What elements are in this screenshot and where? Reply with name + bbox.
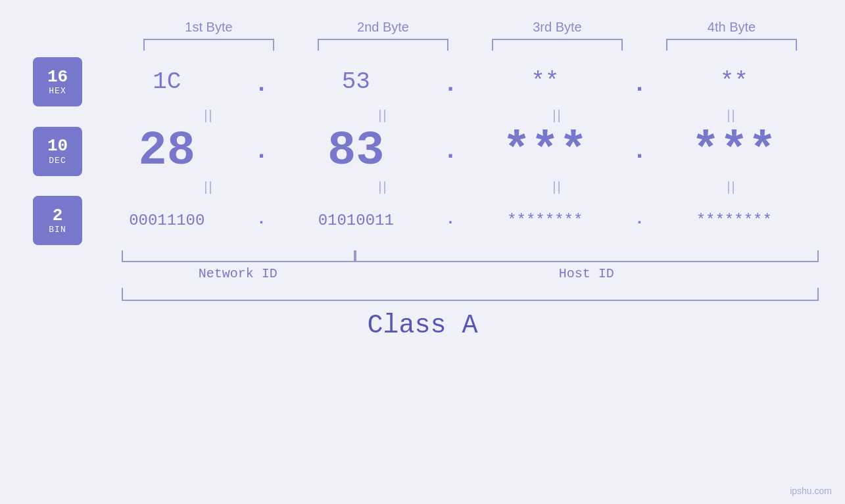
bin-byte3-cell: ******** [460,212,630,229]
eq1-3: || [470,108,644,123]
eq2-4: || [644,179,819,195]
hex-byte1-cell: 1C [82,68,252,95]
equals-row-1: || || || || [26,108,819,123]
network-id-label-container: Network ID [122,266,354,281]
class-label: Class A [26,311,819,340]
bin-byte4: ******** [650,212,819,229]
id-labels-row: Network ID Host ID [122,266,819,281]
eq-sign-1-3: || [552,108,562,123]
dec-byte1: 28 [82,124,252,178]
host-id-label: Host ID [559,266,614,281]
bracket-cell-2 [296,39,470,51]
eq-sign-2-4: || [727,179,736,195]
eq-sign-2-3: || [552,179,562,195]
dec-dot2: . [441,138,460,165]
hex-byte3-cell: ** [460,68,630,95]
byte3-header: 3rd Byte [470,20,644,35]
host-id-label-container: Host ID [354,266,819,281]
bin-byte-values: 00011100 . 01010011 . ******** . *******… [82,210,819,231]
eq1-4: || [644,108,819,123]
bin-dot3: . [630,210,650,228]
eq2-1: || [122,179,296,195]
network-id-label: Network ID [199,266,278,281]
hex-byte2: 53 [272,68,441,95]
dec-badge-num: 10 [47,137,68,156]
main-container: 1st Byte 2nd Byte 3rd Byte 4th Byte 16 H… [0,0,845,504]
eq1-1: || [122,108,296,123]
dec-byte2-cell: 83 [272,124,441,178]
hex-byte4: ** [650,68,819,95]
bracket-top-4 [666,39,797,51]
bin-byte2-cell: 01010011 [272,212,441,229]
eq-sign-1-4: || [727,108,736,123]
hex-badge-num: 16 [47,68,68,87]
full-bottom-bracket [122,288,819,301]
dec-dot3: . [630,138,650,165]
byte1-header: 1st Byte [122,20,296,35]
watermark: ipshu.com [790,486,832,496]
hex-byte4-cell: ** [650,68,819,95]
hex-badge-label: HEX [49,86,66,96]
bin-byte1-cell: 00011100 [82,212,252,229]
bracket-host [355,250,819,262]
hex-dot3: . [630,71,650,98]
dec-row: 10 DEC 28 . 83 . *** . *** [26,124,819,178]
dec-dot1: . [252,138,272,165]
hex-dot1: . [252,71,272,98]
bottom-bracket-row [122,250,819,262]
bracket-top-1 [143,39,274,51]
eq-sign-1-2: || [378,108,387,123]
dec-byte3-cell: *** [460,124,630,178]
eq-sign-1-1: || [204,108,213,123]
hex-byte1: 1C [82,68,252,95]
bracket-top-2 [318,39,448,51]
hex-byte2-cell: 53 [272,68,441,95]
eq-sign-2-1: || [204,179,213,195]
bracket-cell-3 [470,39,644,51]
dec-byte1-cell: 28 [82,124,252,178]
eq2-2: || [296,179,470,195]
dec-byte2: 83 [272,124,441,178]
byte-headers: 1st Byte 2nd Byte 3rd Byte 4th Byte [26,20,819,35]
byte2-header: 2nd Byte [296,20,470,35]
hex-byte-values: 1C . 53 . ** . ** [82,66,819,98]
byte4-header: 4th Byte [644,20,819,35]
dec-byte4-cell: *** [650,124,819,178]
bin-byte1: 00011100 [82,212,252,229]
hex-dot2: . [441,71,460,98]
bin-byte4-cell: ******** [650,212,819,229]
bin-byte3: ******** [460,212,630,229]
dec-byte-values: 28 . 83 . *** . *** [82,124,819,178]
bin-badge-num: 2 [53,206,63,225]
dec-badge: 10 DEC [33,127,82,176]
eq1-2: || [296,108,470,123]
eq-sign-2-2: || [378,179,387,195]
bin-dot1: . [252,210,272,228]
bin-badge-label: BIN [49,225,66,235]
hex-badge: 16 HEX [33,57,82,106]
bin-dot2: . [441,210,460,228]
bracket-cell-1 [122,39,296,51]
bracket-top-3 [492,39,623,51]
hex-byte3: ** [460,68,630,95]
dec-byte3: *** [460,124,630,178]
hex-row: 16 HEX 1C . 53 . ** . ** [26,57,819,106]
equals-row-2: || || || || [26,179,819,195]
bin-row: 2 BIN 00011100 . 01010011 . ******** . *… [26,196,819,245]
bin-badge: 2 BIN [33,196,82,245]
bracket-network [122,250,355,262]
bracket-cell-4 [644,39,819,51]
top-brackets [26,39,819,51]
eq2-3: || [470,179,644,195]
dec-byte4: *** [650,124,819,178]
bin-byte2: 01010011 [272,212,441,229]
dec-badge-label: DEC [49,156,66,166]
